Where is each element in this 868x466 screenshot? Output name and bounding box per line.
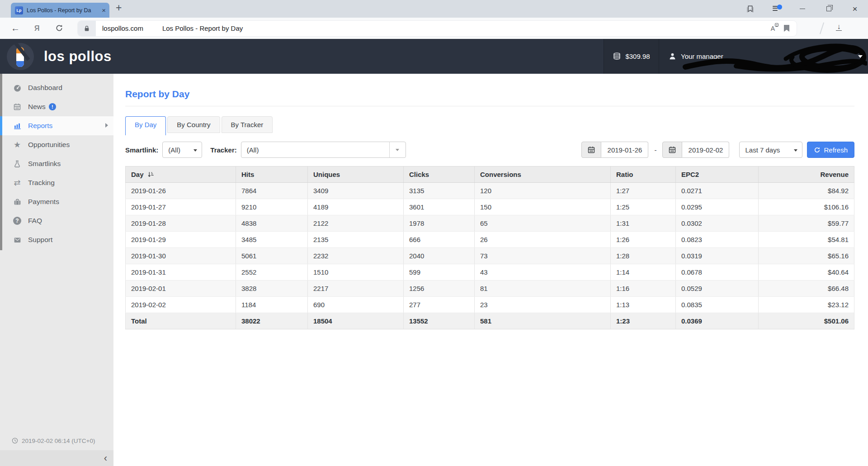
sidebar-item-label: Opportunities	[28, 141, 70, 149]
table-header-row: Day Hits Uniques Clicks Conversions Rati…	[126, 166, 854, 183]
sidebar-item-label: Payments	[28, 198, 59, 206]
cell-hits: 1184	[236, 297, 308, 313]
envelope-icon	[12, 236, 22, 244]
window-restore-button[interactable]	[816, 0, 842, 18]
smartlink-label: Smartlink:	[125, 146, 158, 154]
logo-text[interactable]: los pollos	[44, 48, 112, 65]
cell-conversions: 23	[475, 297, 611, 313]
tracker-combobox[interactable]: (All)	[241, 142, 406, 158]
cell-conversions: 26	[475, 232, 611, 248]
balance-button[interactable]: $309.98	[604, 39, 659, 74]
date-from-input[interactable]	[601, 142, 648, 158]
sidebar-item-news[interactable]: News !	[0, 97, 113, 116]
cell-revenue: $106.16	[759, 199, 854, 215]
window-minimize-button[interactable]	[789, 0, 816, 18]
yandex-search-button[interactable]: Я	[34, 24, 40, 33]
sidebar-item-payments[interactable]: Payments	[0, 192, 113, 211]
cell-uniques: 2122	[308, 215, 404, 232]
bookmark-panel-button[interactable]	[737, 0, 763, 18]
new-tab-button[interactable]: +	[116, 2, 122, 14]
column-header-epc2[interactable]: EPC2	[676, 166, 759, 183]
cell-conversions: 65	[475, 215, 611, 232]
refresh-button[interactable]: Refresh	[807, 142, 854, 158]
back-button[interactable]: ←	[11, 23, 20, 33]
page-title: Report by Day	[125, 89, 854, 106]
cell-uniques: 3409	[308, 183, 404, 199]
cell-revenue: $66.48	[759, 281, 854, 297]
clock-icon	[11, 437, 19, 444]
date-from-calendar-button[interactable]	[581, 142, 601, 158]
cell-epc2: 0.0302	[676, 215, 759, 232]
date-to-calendar-button[interactable]	[662, 142, 682, 158]
column-header-conversions[interactable]: Conversions	[475, 166, 611, 183]
cell-day: 2019-01-31	[126, 264, 236, 281]
tab-close-icon[interactable]: ×	[102, 6, 106, 14]
column-header-revenue[interactable]: Revenue	[759, 166, 854, 183]
column-header-hits[interactable]: Hits	[236, 166, 308, 183]
cell-conversions: 73	[475, 248, 611, 264]
column-header-clicks[interactable]: Clicks	[404, 166, 475, 183]
balance-amount: $309.98	[625, 52, 650, 60]
cell-epc2: 0.0835	[676, 297, 759, 313]
column-header-day[interactable]: Day	[126, 166, 236, 183]
manager-menu[interactable]: Your manager	[659, 39, 868, 74]
cell-day: 2019-01-30	[126, 248, 236, 264]
sidebar-item-dashboard[interactable]: Dashboard	[0, 78, 113, 97]
cell-clicks: 277	[404, 297, 475, 313]
column-header-ratio[interactable]: Ratio	[611, 166, 676, 183]
redaction-scribble	[683, 43, 867, 74]
browser-menu-button[interactable]	[763, 0, 789, 18]
cell-revenue: $59.77	[759, 215, 854, 232]
arrows-icon: ⇄	[12, 178, 22, 188]
toolbar-divider	[819, 22, 824, 34]
address-bar[interactable]: lospollos.com Los Pollos - Report by Day…	[78, 21, 797, 36]
chevron-down-icon	[794, 149, 797, 152]
reload-button[interactable]	[55, 24, 63, 34]
bookmark-panel-icon	[746, 5, 755, 13]
window-close-button[interactable]: ×	[842, 0, 868, 18]
lospollos-logo[interactable]	[7, 43, 34, 70]
cell-uniques: 18504	[308, 313, 404, 329]
sidebar-item-reports[interactable]: Reports	[0, 116, 113, 135]
cell-hits: 7864	[236, 183, 308, 199]
cell-hits: 3485	[236, 232, 308, 248]
bar-chart-icon	[12, 122, 22, 130]
browser-tab-title: Los Pollos - Report by Da	[27, 7, 99, 14]
translate-kana-icon	[775, 23, 778, 27]
table-total-row: Total3802218504135525811:230.0369$501.06	[126, 313, 854, 329]
sidebar-footer: ‹	[0, 450, 113, 466]
chevron-down-icon	[193, 149, 197, 152]
date-from-group	[581, 142, 648, 158]
cell-day: 2019-02-02	[126, 297, 236, 313]
cell-clicks: 3601	[404, 199, 475, 215]
cell-epc2: 0.0823	[676, 232, 759, 248]
browser-tab[interactable]: Lp Los Pollos - Report by Da ×	[11, 3, 109, 18]
sidebar-item-faq[interactable]: ? FAQ	[0, 211, 113, 230]
date-to-input[interactable]	[682, 142, 729, 158]
table-row: 2019-02-01382822171256811:160.0529$66.48	[126, 281, 854, 297]
sidebar-item-support[interactable]: Support	[0, 230, 113, 249]
cell-day: 2019-01-28	[126, 215, 236, 232]
calendar-icon	[587, 146, 595, 154]
sidebar-item-smartlinks[interactable]: Smartlinks	[0, 154, 113, 173]
cell-ratio: 1:23	[611, 313, 676, 329]
column-header-uniques[interactable]: Uniques	[308, 166, 404, 183]
bookmark-icon[interactable]	[784, 25, 789, 32]
downloads-button[interactable]: ↓	[836, 23, 842, 31]
sidebar-item-tracking[interactable]: ⇄ Tracking	[0, 173, 113, 192]
tab-by-day[interactable]: By Day	[125, 116, 166, 135]
table-row: 2019-01-3125521510599431:140.0678$40.64	[126, 264, 854, 281]
smartlink-select[interactable]: (All)	[162, 142, 202, 158]
tracker-dropdown-button[interactable]	[389, 142, 406, 157]
cell-uniques: 690	[308, 297, 404, 313]
tab-by-tracker[interactable]: By Tracker	[222, 116, 273, 133]
tab-by-country[interactable]: By Country	[167, 116, 220, 133]
cell-clicks: 1256	[404, 281, 475, 297]
translate-button[interactable]: A	[771, 25, 775, 32]
url-domain[interactable]: lospollos.com	[102, 24, 143, 32]
ssl-lock-button[interactable]	[78, 21, 96, 36]
active-item-indicator	[0, 116, 2, 135]
collapse-sidebar-button[interactable]: ‹	[104, 454, 107, 463]
date-range-select[interactable]: Last 7 days	[739, 142, 802, 158]
sidebar-item-opportunities[interactable]: ★ Opportunities	[0, 135, 113, 154]
